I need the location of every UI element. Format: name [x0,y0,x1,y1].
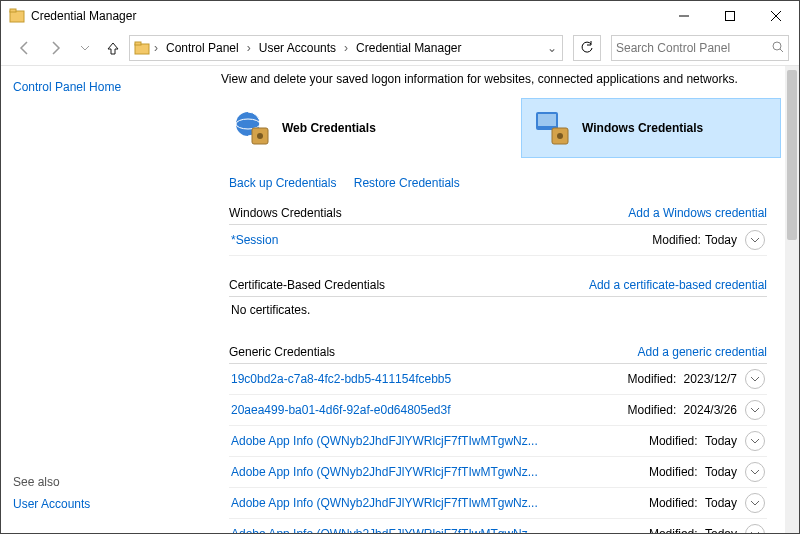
content: View and delete your saved logon informa… [201,66,799,533]
maximize-button[interactable] [707,1,753,31]
svg-line-9 [780,49,783,52]
credential-actions: Back up Credentials Restore Credentials [229,176,785,190]
windows-safe-icon [532,108,572,148]
recent-dropdown[interactable] [73,36,97,60]
window-title: Credential Manager [31,9,136,23]
vertical-scrollbar[interactable] [785,66,799,533]
search-icon [772,41,784,56]
page-description: View and delete your saved logon informa… [221,72,785,86]
svg-rect-1 [10,9,16,12]
scrollbar-thumb[interactable] [787,70,797,240]
breadcrumb-credential-manager[interactable]: Credential Manager [352,41,465,55]
sidebar-control-panel-home[interactable]: Control Panel Home [13,80,189,94]
breadcrumb-control-panel[interactable]: Control Panel [162,41,243,55]
credential-name: Adobe App Info (QWNyb2JhdFJlYWRlcjF7fTIw… [231,434,649,448]
sidebar-see-also-label: See also [13,475,189,489]
expand-chevron-icon[interactable] [745,524,765,533]
breadcrumb-user-accounts[interactable]: User Accounts [255,41,340,55]
section-windows-credentials: Windows Credentials Add a Windows creden… [229,206,767,256]
restore-credentials-link[interactable]: Restore Credentials [354,176,460,190]
close-button[interactable] [753,1,799,31]
section-generic-credentials: Generic Credentials Add a generic creden… [229,345,767,533]
credential-modified: Modified: Today [649,496,737,510]
tile-label: Web Credentials [282,121,376,135]
search-placeholder: Search Control Panel [616,41,772,55]
refresh-button[interactable] [573,35,601,61]
folder-icon [134,40,150,56]
credential-name: Adobe App Info (QWNyb2JhdFJlYWRlcjF7fTIw… [231,496,649,510]
tile-label: Windows Credentials [582,121,703,135]
credential-modified: Modified: Today [649,434,737,448]
app-icon [9,8,25,24]
add-generic-credential-link[interactable]: Add a generic credential [638,345,767,359]
expand-chevron-icon[interactable] [745,462,765,482]
add-certificate-credential-link[interactable]: Add a certificate-based credential [589,278,767,292]
expand-chevron-icon[interactable] [745,230,765,250]
search-input[interactable]: Search Control Panel [611,35,789,61]
forward-button[interactable] [43,36,67,60]
globe-safe-icon [232,108,272,148]
credential-modified: Modified: Today [649,465,737,479]
credential-row[interactable]: Adobe App Info (QWNyb2JhdFJlYWRlcjF7fTIw… [229,426,767,457]
expand-chevron-icon[interactable] [745,431,765,451]
backup-credentials-link[interactable]: Back up Credentials [229,176,336,190]
body: Control Panel Home See also User Account… [1,66,799,533]
expand-chevron-icon[interactable] [745,400,765,420]
credential-name: Adobe App Info (QWNyb2JhdFJlYWRlcjF7fTIw… [231,465,649,479]
navbar: › Control Panel › User Accounts › Creden… [1,31,799,66]
credential-row[interactable]: Adobe App Info (QWNyb2JhdFJlYWRlcjF7fTIw… [229,488,767,519]
address-bar[interactable]: › Control Panel › User Accounts › Creden… [129,35,563,61]
section-title: Certificate-Based Credentials [229,278,589,292]
credential-row[interactable]: Adobe App Info (QWNyb2JhdFJlYWRlcjF7fTIw… [229,457,767,488]
titlebar: Credential Manager [1,1,799,31]
add-windows-credential-link[interactable]: Add a Windows credential [628,206,767,220]
tile-windows-credentials[interactable]: Windows Credentials [521,98,781,158]
svg-point-17 [557,133,563,139]
section-title: Windows Credentials [229,206,628,220]
credential-modified: Modified: 2024/3/26 [628,403,737,417]
chevron-right-icon[interactable]: › [342,41,350,55]
credential-name: *Session [231,233,652,247]
credential-name: 19c0bd2a-c7a8-4fc2-bdb5-411154fcebb5 [231,372,628,386]
minimize-button[interactable] [661,1,707,31]
credential-type-tiles: Web Credentials Windows Credentials [221,98,785,158]
svg-point-13 [257,133,263,139]
back-button[interactable] [13,36,37,60]
tile-web-credentials[interactable]: Web Credentials [221,98,481,158]
section-title: Generic Credentials [229,345,638,359]
svg-rect-0 [10,11,24,22]
credential-row[interactable]: *Session Modified:Today [229,225,767,256]
credential-name: Adobe App Info (QWNyb2JhdFJlYWRlcjF7fTIw… [231,527,649,533]
sidebar: Control Panel Home See also User Account… [1,66,201,533]
sidebar-user-accounts[interactable]: User Accounts [13,497,189,511]
window: Credential Manager › Control Panel › Use… [0,0,800,534]
credential-row[interactable]: Adobe App Info (QWNyb2JhdFJlYWRlcjF7fTIw… [229,519,767,533]
section-certificate-credentials: Certificate-Based Credentials Add a cert… [229,278,767,323]
svg-point-8 [773,42,781,50]
address-dropdown[interactable]: ⌄ [544,41,560,55]
svg-rect-7 [135,42,141,45]
credential-modified: Modified: Today [649,527,737,533]
chevron-right-icon[interactable]: › [152,41,160,55]
credential-modified: Modified:Today [652,233,737,247]
svg-rect-3 [726,12,735,21]
up-button[interactable] [103,36,123,60]
svg-rect-15 [538,114,556,126]
expand-chevron-icon[interactable] [745,369,765,389]
chevron-right-icon[interactable]: › [245,41,253,55]
credential-name: 20aea499-ba01-4d6f-92af-e0d64805ed3f [231,403,628,417]
credential-row[interactable]: 20aea499-ba01-4d6f-92af-e0d64805ed3fModi… [229,395,767,426]
expand-chevron-icon[interactable] [745,493,765,513]
credential-modified: Modified: 2023/12/7 [628,372,737,386]
credential-row[interactable]: 19c0bd2a-c7a8-4fc2-bdb5-411154fcebb5Modi… [229,364,767,395]
empty-state: No certificates. [229,297,767,323]
